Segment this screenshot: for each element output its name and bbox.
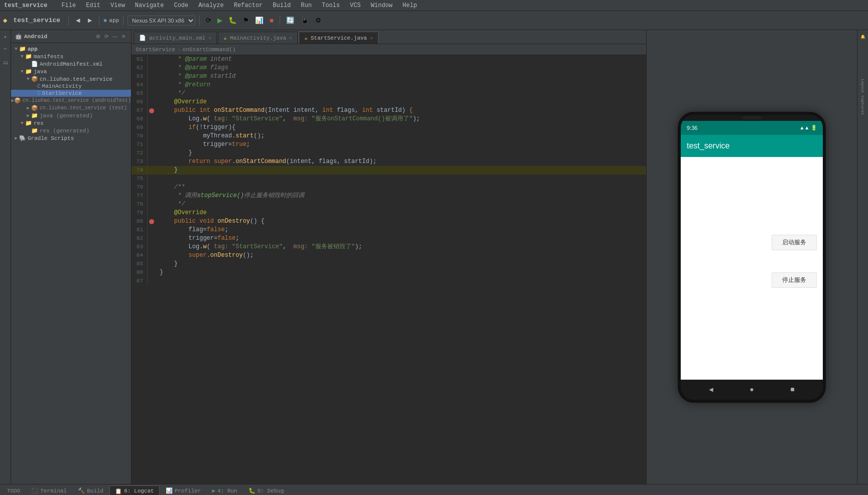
phone-back-btn[interactable]: ◀: [709, 385, 713, 394]
tab-debug[interactable]: 🐛 5: Debug: [243, 485, 289, 496]
profiler-label: Profiler: [175, 488, 201, 494]
breadcrumb-startservice[interactable]: StartService: [136, 47, 175, 53]
coverage-btn[interactable]: ⚑: [241, 16, 251, 25]
tab-close-start[interactable]: ✕: [370, 35, 373, 41]
menu-vcs[interactable]: VCS: [348, 1, 363, 10]
structure-icon[interactable]: 1: [1, 44, 10, 53]
tab-close-xml[interactable]: ✕: [208, 35, 211, 41]
menu-tools[interactable]: Tools: [320, 1, 342, 10]
panel-collapse-btn[interactable]: —: [111, 33, 119, 40]
tree-item-java-gen[interactable]: ▶ 📁 java (generated): [11, 112, 131, 119]
profile-btn[interactable]: 📊: [253, 16, 266, 25]
tab-close-main[interactable]: ✕: [289, 35, 292, 41]
toolbar-back-btn[interactable]: ◀: [73, 16, 83, 25]
code-line-61: 61 * @param intent: [132, 55, 646, 64]
code-line-83: 83 Log.w( tag: "StartService", msg: "服务被…: [132, 243, 646, 251]
toolbar-sep-2: [99, 16, 99, 26]
stop-btn[interactable]: ■: [268, 16, 276, 25]
notifications-icon[interactable]: 🔔: [858, 32, 867, 41]
menu-build[interactable]: Build: [271, 1, 293, 10]
menu-run[interactable]: Run: [299, 1, 314, 10]
phone-home-btn[interactable]: ●: [750, 386, 754, 394]
code-line-68: 68 Log.w( tag: "StartService", msg: "服务o…: [132, 115, 646, 123]
xml-icon: 📄: [139, 35, 146, 41]
code-line-87: 87: [132, 277, 646, 285]
phone-stop-service-btn[interactable]: 停止服务: [772, 272, 817, 288]
project-title: test_service: [9, 17, 64, 24]
tree-item-res[interactable]: ▼ 📁 res: [11, 119, 131, 127]
breadcrumb: StartService › onStartCommand(): [132, 44, 646, 55]
menu-navigate[interactable]: Navigate: [133, 1, 166, 10]
panel-settings-btn[interactable]: ⚙: [94, 33, 102, 40]
tree-item-res-gen[interactable]: 📁 res (generated): [11, 127, 131, 134]
build-label: Build: [87, 488, 103, 494]
code-line-86: 86 }: [132, 268, 646, 277]
phone-recents-btn[interactable]: ■: [790, 386, 794, 394]
panel-toolbar: ⚙ ⟳ — ✕: [94, 33, 127, 40]
tab-build[interactable]: 🔨 Build: [73, 485, 108, 496]
menu-refactor[interactable]: Refactor: [232, 1, 265, 10]
left-sidebar-icons: ★ 1 🗂: [0, 30, 11, 484]
tab-todo[interactable]: TODO: [2, 485, 25, 496]
tab-label: activity_main.xml: [149, 35, 205, 41]
menu-analyze[interactable]: Analyze: [196, 1, 225, 10]
phone-status-icons: ▲▲ 🔋: [799, 125, 817, 130]
breakpoint-80[interactable]: [149, 219, 154, 224]
menu-help[interactable]: Help: [401, 1, 419, 10]
code-line-64: 64 * @return: [132, 81, 646, 89]
todo-label: TODO: [7, 488, 20, 494]
tree-item-test[interactable]: ▶ 📦 cn.liuhao.test_service (test): [11, 104, 131, 112]
tab-bar: 📄 activity_main.xml ✕ ☕ MainActivity.jav…: [132, 30, 646, 44]
tree-item-manifest-xml[interactable]: 📄 AndroidManifest.xml: [11, 60, 131, 68]
tab-logcat[interactable]: 📋 6: Logcat: [109, 485, 159, 496]
device-selector[interactable]: Nexus 5X API 30 x86: [128, 16, 195, 26]
code-line-85: 85 }: [132, 260, 646, 268]
avd-btn[interactable]: 📱: [299, 16, 311, 25]
tree-item-manifests[interactable]: ▼ 📁 manifests: [11, 53, 131, 60]
profiler-icon: 📊: [166, 487, 173, 494]
tab-activity-main-xml[interactable]: 📄 activity_main.xml ✕: [134, 32, 217, 44]
toolbar-sep-1: [68, 16, 69, 26]
tab-profiler[interactable]: 📊 Profiler: [161, 485, 206, 496]
tree-item-mainactivity[interactable]: C MainActivity: [11, 83, 131, 90]
breakpoint-67[interactable]: [149, 108, 154, 113]
toolbar-forward-btn[interactable]: ▶: [85, 16, 95, 25]
tree-item-java[interactable]: ▼ 📁 java: [11, 68, 131, 75]
gradle-sync-btn[interactable]: 🔄: [284, 16, 297, 25]
run-btn[interactable]: ▶: [215, 16, 224, 25]
tree-item-startservice[interactable]: C StartService: [11, 90, 131, 97]
tab-startservice-java[interactable]: ☕ StartService.java ✕: [299, 32, 379, 44]
menu-file[interactable]: File: [59, 1, 78, 10]
debug-icon: 🐛: [249, 487, 256, 494]
menu-code[interactable]: Code: [172, 1, 190, 10]
phone-app-bar: test_service: [681, 135, 823, 157]
run-config-label: app: [109, 18, 119, 24]
code-line-82: 82 trigger=false;: [132, 234, 646, 243]
tree-item-androidtest[interactable]: ▶ 📦 cn.liuhao.test_service (androidTest): [11, 97, 131, 104]
sdk-btn[interactable]: ⚙: [313, 16, 323, 25]
tab-terminal[interactable]: ⬛ Terminal: [26, 485, 72, 496]
project-icon-side[interactable]: 🗂: [1, 58, 10, 67]
tree-item-app[interactable]: ▼ 📁 app: [11, 45, 131, 53]
debug-btn[interactable]: 🐛: [226, 16, 239, 25]
menu-view[interactable]: View: [108, 1, 127, 10]
menu-edit[interactable]: Edit: [84, 1, 102, 10]
tab-mainactivity-java[interactable]: ☕ MainActivity.java ✕: [218, 32, 298, 44]
code-line-67: 67 public int onStartCommand(Intent inte…: [132, 106, 646, 115]
tab-run[interactable]: ▶ 4: Run: [207, 485, 242, 496]
terminal-icon: ⬛: [31, 487, 38, 494]
menu-window[interactable]: Window: [369, 1, 395, 10]
terminal-label: Terminal: [40, 488, 67, 494]
sync-btn[interactable]: ⟳: [204, 16, 213, 25]
favorites-icon[interactable]: ★: [1, 32, 10, 41]
panel-close-btn[interactable]: ✕: [120, 33, 127, 40]
code-editor[interactable]: 61 * @param intent 62 * @param flags 63 …: [132, 55, 646, 484]
panel-sync-btn[interactable]: ⟳: [103, 33, 110, 40]
project-panel-header: 🤖 Android ⚙ ⟳ — ✕: [11, 30, 131, 43]
breadcrumb-method[interactable]: onStartCommand(): [183, 47, 236, 53]
layout-capture-icon[interactable]: Layout Captures: [858, 92, 867, 101]
code-line-73: 73 return super.onStartCommand(intent, f…: [132, 157, 646, 166]
tree-item-package[interactable]: ▼ 📦 cn.liuhao.test_service: [11, 75, 131, 83]
phone-start-service-btn[interactable]: 启动服务: [772, 235, 817, 250]
tree-item-gradle[interactable]: ▶ 🐘 Gradle Scripts: [11, 134, 131, 142]
